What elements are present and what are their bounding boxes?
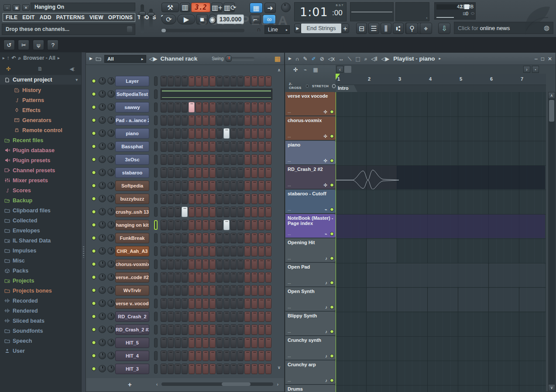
channel-select-meter[interactable] xyxy=(154,76,158,86)
pattern-name[interactable]: End Strings xyxy=(301,24,341,33)
step-button-5[interactable] xyxy=(189,181,195,191)
track-options[interactable]: ... xyxy=(288,134,291,138)
channel-pan-knob[interactable] xyxy=(99,182,106,189)
channel-volume-knob[interactable] xyxy=(107,195,115,202)
step-button-10[interactable] xyxy=(223,167,230,178)
step-button-11[interactable] xyxy=(230,233,237,243)
step-button-12[interactable] xyxy=(237,272,244,283)
step-button-1[interactable] xyxy=(161,324,167,335)
view-playlist-button[interactable]: ⊟ xyxy=(356,23,367,34)
step-button-12[interactable] xyxy=(237,207,244,217)
channel-volume-knob[interactable] xyxy=(107,77,115,85)
step-button-8[interactable] xyxy=(209,272,216,283)
step-button-4[interactable] xyxy=(182,220,188,230)
step-button-11[interactable] xyxy=(230,154,237,165)
browser-item-il-shared-data[interactable]: IL Shared Data xyxy=(0,235,81,245)
step-button-16[interactable] xyxy=(265,233,271,243)
step-button-1[interactable] xyxy=(161,233,167,243)
channel-pan-knob[interactable] xyxy=(99,195,106,202)
typing-keyboard-button[interactable]: ▦ xyxy=(250,3,263,13)
step-button-13[interactable] xyxy=(244,128,251,139)
rack-display-mode-icon[interactable]: ▦ xyxy=(275,55,281,63)
step-button-1[interactable] xyxy=(161,141,167,152)
step-button-3[interactable] xyxy=(175,324,181,335)
step-button-8[interactable] xyxy=(209,154,216,165)
step-button-6[interactable] xyxy=(196,141,202,152)
channel-enable-led[interactable] xyxy=(92,105,96,109)
step-button-7[interactable] xyxy=(202,141,209,152)
channel-volume-knob[interactable] xyxy=(107,90,115,98)
browser-item-patterns[interactable]: Patterns xyxy=(0,95,81,105)
step-button-11[interactable] xyxy=(230,272,237,283)
pl-scroll-up-icon[interactable]: ∧ xyxy=(548,92,555,99)
plugin-picker-button[interactable]: ⚲ xyxy=(406,23,418,34)
step-button-8[interactable] xyxy=(209,337,216,348)
channel-pan-knob[interactable] xyxy=(99,247,106,255)
browser-item-projects[interactable]: Projects xyxy=(0,276,81,286)
step-button-1[interactable] xyxy=(161,115,167,126)
clip-rd-crash-2[interactable] xyxy=(336,166,366,189)
channel-volume-knob[interactable] xyxy=(107,365,115,372)
step-button-7[interactable] xyxy=(202,298,209,309)
clip-open-synth[interactable] xyxy=(488,288,519,311)
step-button-16[interactable] xyxy=(265,76,271,86)
browser-item-remote-control[interactable]: Remote control xyxy=(0,125,81,135)
view-stepseq-button[interactable]: ☰ xyxy=(368,23,379,34)
metronome-button[interactable]: ⚒ xyxy=(161,3,179,12)
channel-select-meter[interactable] xyxy=(154,142,158,151)
step-button-12[interactable] xyxy=(237,115,244,126)
slice-tool-icon[interactable]: ⟍ xyxy=(348,56,351,61)
clip-open-pad[interactable] xyxy=(366,263,488,287)
step-button-2[interactable] xyxy=(168,351,174,361)
step-button-12[interactable] xyxy=(237,337,244,348)
channel-enable-led[interactable] xyxy=(92,367,96,371)
step-button-6[interactable] xyxy=(196,154,202,165)
step-button-14[interactable] xyxy=(251,167,257,178)
step-button-3[interactable] xyxy=(175,167,181,178)
step-button-4[interactable] xyxy=(182,141,188,152)
browser-item-channel-presets[interactable]: Channel presets xyxy=(0,165,81,175)
channel-pan-knob[interactable] xyxy=(99,352,106,359)
track-mute-led[interactable] xyxy=(330,281,334,285)
playlist-hscrollbar[interactable]: ‹ › ▪ xyxy=(336,65,539,74)
channel-name-button[interactable]: RD_Crash_2 xyxy=(115,311,149,322)
step-button-3[interactable] xyxy=(175,351,181,361)
channel-volume-knob[interactable] xyxy=(107,182,115,189)
step-button-8[interactable] xyxy=(209,298,216,309)
step-button-2[interactable] xyxy=(168,128,174,139)
menu-item-options[interactable]: OPTIONS xyxy=(108,14,133,20)
channel-enable-led[interactable] xyxy=(92,327,96,332)
step-button-5[interactable] xyxy=(189,194,195,204)
channel-enable-led[interactable] xyxy=(92,249,96,253)
browser-item-soundfonts[interactable]: Soundfonts xyxy=(0,326,81,336)
step-button-6[interactable] xyxy=(196,272,202,283)
shuttle-slider[interactable] xyxy=(161,29,244,32)
step-button-9[interactable] xyxy=(216,220,223,230)
drop-hint-bar[interactable]: Drop these on channels... xyxy=(2,24,135,35)
magnet-tool-icon[interactable]: ∩ xyxy=(295,56,299,61)
clip-rd-cr-2-2[interactable] xyxy=(366,166,397,189)
step-button-6[interactable] xyxy=(196,128,202,139)
step-button-10[interactable] xyxy=(223,102,230,112)
track-options[interactable]: ... xyxy=(288,232,291,236)
step-button-5[interactable] xyxy=(189,298,195,309)
channel-select-meter[interactable] xyxy=(154,181,158,191)
pl-title-more-icon[interactable]: ▸ xyxy=(439,57,441,61)
step-button-1[interactable] xyxy=(161,351,167,361)
browser-item-rendered[interactable]: Rendered xyxy=(0,306,81,316)
step-button-5[interactable] xyxy=(189,364,195,374)
channel-enable-led[interactable] xyxy=(92,262,96,266)
pl-scroll-right-icon[interactable]: › xyxy=(523,66,530,73)
channel-name-button[interactable]: piano xyxy=(115,128,149,139)
step-button-4[interactable] xyxy=(182,364,188,374)
add-channel-button[interactable]: + xyxy=(128,381,132,388)
step-button-13[interactable] xyxy=(244,194,251,204)
channel-volume-knob[interactable] xyxy=(107,208,115,215)
step-button-13[interactable] xyxy=(244,76,251,86)
stretch-toggle[interactable] xyxy=(332,84,336,88)
channel-volume-knob[interactable] xyxy=(107,313,115,320)
playlist-track-header-stabaroo-cutoff[interactable]: stabaroo - Cutoff ... ⌁ xyxy=(285,190,336,214)
channel-name-button[interactable]: sawwy xyxy=(115,102,149,112)
audio-track-mode-icon[interactable]: ✣ xyxy=(293,67,298,72)
step-button-5[interactable] xyxy=(189,141,195,152)
